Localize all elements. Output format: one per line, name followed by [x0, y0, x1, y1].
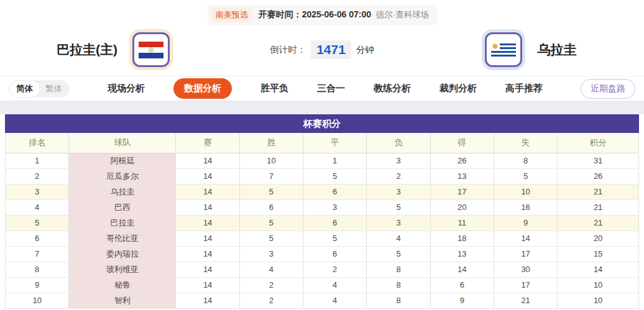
cell-team: 委内瑞拉 — [69, 246, 176, 262]
cell-win: 10 — [239, 153, 303, 168]
cell-team: 阿根廷 — [69, 153, 176, 168]
cell-loss: 3 — [367, 184, 430, 199]
table-row: 8玻利维亚14428143014 — [6, 262, 639, 277]
cell-played: 14 — [176, 246, 239, 262]
cell-loss: 2 — [367, 168, 430, 184]
table-row: 5巴拉圭1456311921 — [6, 215, 639, 230]
tab-coach-analysis[interactable]: 教练分析 — [374, 83, 411, 94]
away-team-name: 乌拉圭 — [537, 41, 576, 58]
kickoff-time: 开赛时间：2025-06-06 07:00 德尔·查科球场 — [259, 9, 430, 21]
cell-played: 14 — [176, 215, 239, 230]
tab-win-draw-loss[interactable]: 胜平负 — [260, 83, 288, 94]
cell-loss: 8 — [367, 262, 430, 277]
home-team-name: 巴拉圭(主) — [57, 41, 117, 58]
cell-goals-for: 17 — [430, 184, 494, 199]
tab-referee-analysis[interactable]: 裁判分析 — [439, 83, 477, 94]
cell-rank: 3 — [6, 184, 69, 199]
cell-goals-for: 11 — [430, 215, 494, 230]
cell-draw: 6 — [303, 246, 367, 262]
cell-team: 巴西 — [69, 199, 176, 215]
cell-points: 15 — [558, 246, 639, 262]
column-header-team: 球队 — [69, 133, 176, 153]
cell-goals-against: 21 — [494, 293, 557, 308]
cell-points: 14 — [558, 262, 639, 277]
cell-played: 14 — [176, 153, 239, 168]
teams-row: 巴拉圭(主) 倒计时： 1471 分钟 — [0, 26, 644, 73]
column-header-draw: 平 — [303, 133, 367, 153]
league-tag[interactable]: 南美预选 — [211, 7, 252, 22]
recent-handicap-button[interactable]: 近期盘路 — [581, 79, 635, 99]
cell-goals-for: 26 — [430, 153, 494, 168]
cell-win: 3 — [239, 246, 303, 262]
cell-team: 玻利维亚 — [69, 262, 176, 277]
standings-section: 杯赛积分 排名球队赛胜平负得失积分 1阿根廷141013268312厄瓜多尔14… — [5, 114, 639, 309]
cell-loss: 5 — [367, 246, 430, 262]
language-toggle[interactable]: 简体 繁体 — [9, 80, 70, 98]
tab-live-analysis[interactable]: 现场分析 — [108, 83, 145, 94]
cell-win: 5 — [239, 215, 303, 230]
table-row: 9秘鲁1424861710 — [6, 277, 639, 293]
cell-team: 秘鲁 — [69, 277, 176, 293]
cell-played: 14 — [176, 262, 239, 277]
cell-loss: 4 — [367, 230, 430, 246]
column-header-goals-against: 失 — [494, 133, 557, 153]
table-row: 7委内瑞拉14365131715 — [6, 246, 639, 262]
cell-points: 31 — [558, 153, 639, 168]
tab-data-analysis[interactable]: 数据分析 — [173, 78, 232, 99]
tab-three-in-one[interactable]: 三合一 — [317, 83, 345, 94]
home-team-flag — [132, 32, 170, 67]
cell-draw: 5 — [303, 168, 367, 184]
cell-rank: 10 — [6, 293, 69, 308]
cell-loss: 8 — [367, 293, 430, 308]
column-header-played: 赛 — [176, 133, 239, 153]
cell-goals-against: 16 — [494, 199, 557, 215]
cell-goals-against: 8 — [494, 153, 557, 168]
cell-goals-for: 6 — [430, 277, 494, 293]
cell-win: 5 — [239, 230, 303, 246]
cell-points: 21 — [558, 184, 639, 199]
cell-draw: 3 — [303, 199, 367, 215]
cell-rank: 4 — [6, 199, 69, 215]
cell-goals-for: 13 — [430, 246, 494, 262]
column-header-loss: 负 — [367, 133, 430, 153]
cell-goals-against: 17 — [494, 277, 557, 293]
table-row: 1阿根廷14101326831 — [6, 153, 639, 168]
column-header-rank: 排名 — [6, 133, 69, 153]
cell-rank: 6 — [6, 230, 69, 246]
cell-rank: 7 — [6, 246, 69, 262]
cell-played: 14 — [176, 199, 239, 215]
cell-win: 5 — [239, 184, 303, 199]
cell-win: 2 — [239, 293, 303, 308]
cell-win: 7 — [239, 168, 303, 184]
cell-goals-for: 9 — [430, 293, 494, 308]
cell-goals-for: 13 — [430, 168, 494, 184]
cell-goals-against: 10 — [494, 184, 557, 199]
cell-points: 20 — [558, 230, 639, 246]
cell-goals-against: 30 — [494, 262, 557, 277]
cell-goals-against: 14 — [494, 230, 557, 246]
cell-draw: 4 — [303, 277, 367, 293]
cell-points: 21 — [558, 199, 639, 215]
cell-goals-for: 20 — [430, 199, 494, 215]
nav-tabs: 现场分析数据分析胜平负三合一教练分析裁判分析高手推荐 — [70, 78, 581, 99]
countdown-value: 1471 — [311, 40, 351, 59]
section-divider — [0, 101, 644, 114]
uruguay-flag-icon — [491, 42, 516, 58]
kickoff-label: 开赛时间： — [259, 9, 302, 19]
paraguay-flag-icon — [139, 42, 163, 58]
cell-played: 14 — [176, 293, 239, 308]
kickoff-value: 2025-06-06 07:00 — [302, 9, 371, 19]
cell-played: 14 — [176, 184, 239, 199]
countdown: 倒计时： 1471 分钟 — [226, 40, 418, 59]
tab-expert-recommend[interactable]: 高手推荐 — [505, 83, 543, 94]
cell-points: 26 — [558, 168, 639, 184]
cell-rank: 2 — [6, 168, 69, 184]
cell-played: 14 — [176, 230, 239, 246]
lang-simplified[interactable]: 简体 — [10, 81, 39, 97]
cell-draw: 6 — [303, 184, 367, 199]
cell-loss: 3 — [367, 153, 430, 168]
lang-traditional[interactable]: 繁体 — [39, 81, 68, 97]
cell-goals-against: 5 — [494, 168, 557, 184]
cell-draw: 1 — [303, 153, 367, 168]
cell-team: 哥伦比亚 — [69, 230, 176, 246]
